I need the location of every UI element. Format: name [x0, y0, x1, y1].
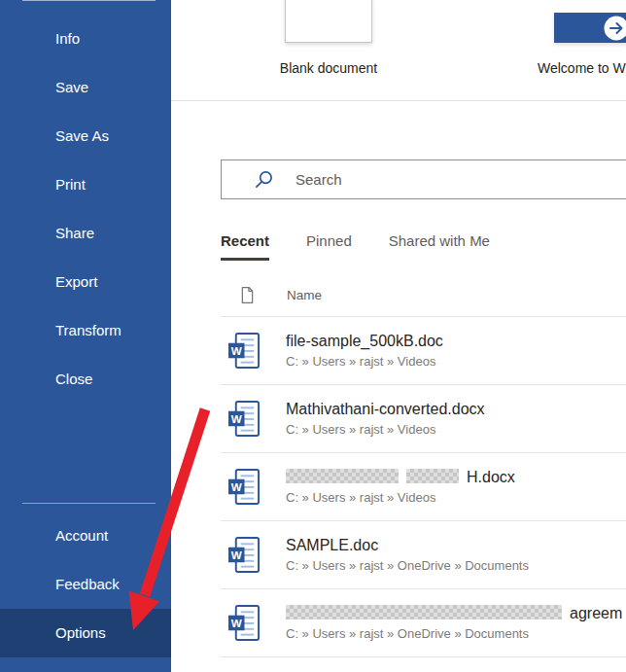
sidebar-item-save-as[interactable]: Save As [0, 112, 171, 160]
sidebar-item-transform[interactable]: Transform [0, 306, 171, 355]
tab-shared-with-me[interactable]: Shared with Me [389, 232, 490, 261]
file-name: file-sample_500kB.doc [286, 333, 443, 350]
word-doc-icon: W [228, 604, 261, 642]
file-path: C: » Users » rajst » Videos [286, 490, 515, 505]
backstage-main: Blank document Welcome to W Recent Pinne… [171, 0, 626, 672]
redacted-text [286, 469, 399, 483]
file-name-visible: H.docx [467, 469, 515, 485]
file-row-text: file-sample_500kB.doc C: » Users » rajst… [286, 333, 443, 369]
sidebar-item-options[interactable]: Options [0, 609, 171, 657]
file-name: H.docx [286, 469, 515, 486]
file-row[interactable]: W agreem C: » Users » rajst » OneDrive »… [221, 589, 626, 657]
file-path: C: » Users » rajst » OneDrive » Document… [286, 626, 622, 641]
template-welcome-thumbnail[interactable] [554, 13, 626, 43]
sidebar-item-save[interactable]: Save [0, 63, 171, 112]
word-doc-icon: W [228, 400, 261, 438]
svg-text:W: W [231, 344, 242, 357]
file-name: agreem [286, 605, 622, 622]
templates-section-divider [171, 100, 626, 101]
search-input[interactable] [274, 171, 626, 188]
document-page-icon [240, 286, 255, 304]
file-row-text: H.docx C: » Users » rajst » Videos [286, 469, 515, 505]
template-welcome-label: Welcome to W [538, 60, 626, 76]
file-list-tabs: Recent Pinned Shared with Me [221, 232, 527, 261]
tab-recent[interactable]: Recent [221, 232, 269, 261]
list-header: Name [221, 284, 322, 305]
file-path: C: » Users » rajst » Videos [286, 422, 485, 437]
file-row[interactable]: W file-sample_500kB.doc C: » Users » raj… [221, 317, 626, 385]
search-icon [254, 169, 274, 190]
word-doc-icon: W [228, 332, 261, 370]
file-row[interactable]: W Mathivathani-converted.docx C: » Users… [221, 385, 626, 453]
svg-text:W: W [231, 412, 242, 425]
sidebar-nav-bottom: Account Feedback Options [0, 512, 171, 657]
file-path: C: » Users » rajst » OneDrive » Document… [286, 558, 529, 573]
recent-files-list: W file-sample_500kB.doc C: » Users » raj… [221, 316, 626, 657]
name-column-header[interactable]: Name [287, 288, 322, 302]
word-doc-icon: W [228, 536, 261, 574]
svg-text:W: W [231, 480, 242, 493]
sidebar-item-info[interactable]: Info [0, 15, 171, 63]
template-blank-document-thumbnail[interactable] [285, 0, 372, 43]
template-blank-document-label: Blank document [274, 60, 383, 76]
sidebar-item-share[interactable]: Share [0, 209, 171, 258]
svg-text:W: W [231, 548, 242, 561]
word-doc-icon: W [228, 468, 261, 506]
file-row-text: SAMPLE.doc C: » Users » rajst » OneDrive… [286, 537, 529, 573]
file-name: SAMPLE.doc [286, 537, 529, 554]
file-row[interactable]: W H.docx C: » Users » rajst » Videos [221, 453, 626, 521]
file-name-visible: agreem [570, 605, 622, 621]
sidebar-item-close[interactable]: Close [0, 355, 171, 404]
sidebar-item-print[interactable]: Print [0, 160, 171, 209]
sidebar-item-account[interactable]: Account [0, 512, 171, 560]
redacted-text [286, 605, 562, 619]
sidebar-nav-top: Info Save Save As Print Share Export Tra… [0, 15, 171, 404]
file-row-text: agreem C: » Users » rajst » OneDrive » D… [286, 605, 622, 641]
sidebar-item-export[interactable]: Export [0, 258, 171, 306]
file-path: C: » Users » rajst » Videos [286, 354, 443, 369]
welcome-arrow-icon [604, 16, 626, 41]
search-box[interactable] [221, 159, 626, 199]
sidebar-top-divider [22, 0, 156, 1]
backstage-sidebar: Info Save Save As Print Share Export Tra… [0, 0, 171, 672]
sidebar-divider [22, 503, 156, 504]
file-row-text: Mathivathani-converted.docx C: » Users »… [286, 401, 485, 437]
sidebar-item-feedback[interactable]: Feedback [0, 560, 171, 609]
tab-pinned[interactable]: Pinned [306, 232, 352, 261]
file-row[interactable]: W SAMPLE.doc C: » Users » rajst » OneDri… [221, 521, 626, 589]
word-backstage-view: { "sidebar": { "items": [ {"label": "Inf… [0, 0, 626, 672]
file-name: Mathivathani-converted.docx [286, 401, 485, 418]
svg-text:W: W [231, 617, 242, 629]
redacted-text [406, 469, 459, 483]
